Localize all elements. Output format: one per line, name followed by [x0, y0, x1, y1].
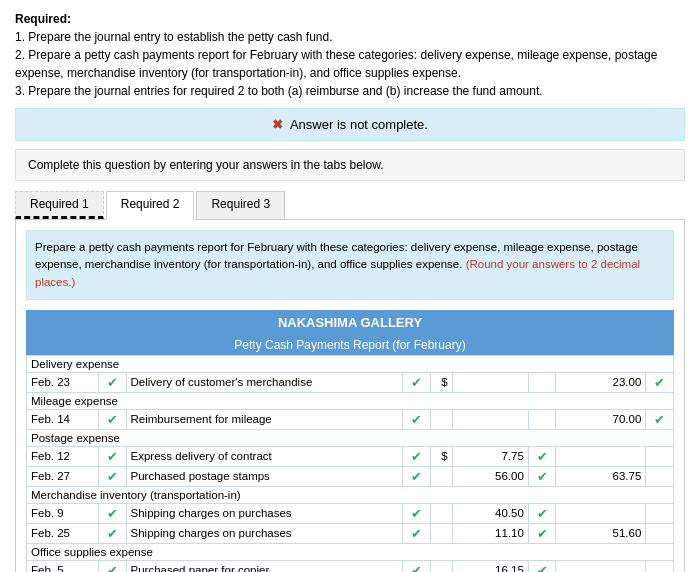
amount2-cell: 63.75: [556, 466, 646, 486]
instruction-3: 3. Prepare the journal entries for requi…: [15, 82, 685, 100]
tab-required-3[interactable]: Required 3: [196, 191, 285, 219]
check-icon: ✔: [403, 560, 431, 572]
desc-cell: Shipping charges on purchases: [126, 523, 402, 543]
check-icon: ✔: [98, 372, 126, 392]
desc-cell: Purchased postage stamps: [126, 466, 402, 486]
amount2-cell: 23.00: [556, 372, 646, 392]
check-icon: ✔: [98, 446, 126, 466]
table-row: Feb. 5 ✔ Purchased paper for copier ✔ 16…: [27, 560, 674, 572]
category-label-postage: Postage expense: [27, 429, 674, 446]
check-icon: ✔: [528, 466, 556, 486]
dollar-cell: $: [430, 446, 452, 466]
desc-cell: Delivery of customer's merchandise: [126, 372, 402, 392]
date-cell: Feb. 25: [27, 523, 99, 543]
dollar-cell: [430, 409, 452, 429]
check-icon: ✔: [98, 409, 126, 429]
check-icon: ✔: [528, 446, 556, 466]
amount2-cell: [556, 503, 646, 523]
desc-cell: Purchased paper for copier: [126, 560, 402, 572]
table-row: Feb. 23 ✔ Delivery of customer's merchan…: [27, 372, 674, 392]
check-icon: ✔: [403, 372, 431, 392]
category-postage: Postage expense: [27, 429, 674, 446]
amount1-cell: 16.15: [452, 560, 528, 572]
check-icon: ✔: [98, 560, 126, 572]
category-merchandise: Merchandise inventory (transportation-in…: [27, 486, 674, 503]
category-label-mileage: Mileage expense: [27, 392, 674, 409]
amount1-cell: [452, 372, 528, 392]
date-cell: Feb. 27: [27, 466, 99, 486]
check-icon: ✔: [403, 503, 431, 523]
round-note: (Round your answers to 2 decimal places.…: [35, 258, 640, 287]
amount1-cell: 11.10: [452, 523, 528, 543]
amount2-cell: 51.60: [556, 523, 646, 543]
complete-question-text: Complete this question by entering your …: [28, 158, 384, 172]
check-icon: [646, 503, 674, 523]
date-cell: Feb. 23: [27, 372, 99, 392]
instruction-1: 1. Prepare the journal entry to establis…: [15, 28, 685, 46]
date-cell: Feb. 12: [27, 446, 99, 466]
category-label-merchandise: Merchandise inventory (transportation-in…: [27, 486, 674, 503]
check-icon: ✔: [98, 466, 126, 486]
category-label-delivery: Delivery expense: [27, 355, 674, 372]
table-row: Feb. 14 ✔ Reimbursement for mileage ✔ 70…: [27, 409, 674, 429]
category-label-office: Office supplies expense: [27, 543, 674, 560]
report-table-container: NAKASHIMA GALLERY Petty Cash Payments Re…: [26, 310, 674, 572]
table-row: Feb. 25 ✔ Shipping charges on purchases …: [27, 523, 674, 543]
table-row: Feb. 9 ✔ Shipping charges on purchases ✔…: [27, 503, 674, 523]
check-icon: ✔: [98, 523, 126, 543]
check-icon: ✔: [646, 372, 674, 392]
check-icon: ✔: [403, 523, 431, 543]
check-icon: [646, 560, 674, 572]
date-cell: Feb. 5: [27, 560, 99, 572]
dollar-cell: $: [430, 372, 452, 392]
category-delivery: Delivery expense: [27, 355, 674, 372]
table-row: Feb. 27 ✔ Purchased postage stamps ✔ 56.…: [27, 466, 674, 486]
desc-cell: Reimbursement for mileage: [126, 409, 402, 429]
amount1-cell: 7.75: [452, 446, 528, 466]
answer-banner: ✖ Answer is not complete.: [15, 108, 685, 141]
dollar-cell: [430, 523, 452, 543]
check-icon: ✔: [403, 446, 431, 466]
dollar-cell: [430, 560, 452, 572]
category-mileage: Mileage expense: [27, 392, 674, 409]
payments-table: Delivery expense Feb. 23 ✔ Delivery of c…: [26, 355, 674, 572]
check-icon: [646, 446, 674, 466]
check-icon: ✔: [646, 409, 674, 429]
amount1-cell: 40.50: [452, 503, 528, 523]
tab-required-2[interactable]: Required 2: [106, 191, 195, 220]
complete-question-box: Complete this question by entering your …: [15, 149, 685, 181]
tab-content: Prepare a petty cash payments report for…: [15, 220, 685, 572]
check-icon: [528, 409, 556, 429]
tab-instruction-box: Prepare a petty cash payments report for…: [26, 230, 674, 300]
desc-cell: Shipping charges on purchases: [126, 503, 402, 523]
check-icon: [646, 466, 674, 486]
amount1-cell: [452, 409, 528, 429]
check-icon: [646, 523, 674, 543]
check-icon: ✔: [403, 409, 431, 429]
instruction-2: 2. Prepare a petty cash payments report …: [15, 46, 685, 82]
tabs-row: Required 1 Required 2 Required 3: [15, 191, 685, 220]
category-office: Office supplies expense: [27, 543, 674, 560]
dollar-cell: [430, 503, 452, 523]
amount1-cell: 56.00: [452, 466, 528, 486]
report-title: NAKASHIMA GALLERY: [26, 310, 674, 335]
tab-instruction-text: Prepare a petty cash payments report for…: [35, 241, 640, 288]
amount2-cell: 70.00: [556, 409, 646, 429]
date-cell: Feb. 14: [27, 409, 99, 429]
tab-required-1[interactable]: Required 1: [15, 191, 104, 219]
instructions-section: Required: 1. Prepare the journal entry t…: [15, 10, 685, 100]
table-row: Feb. 12 ✔ Express delivery of contract ✔…: [27, 446, 674, 466]
check-icon: ✔: [98, 503, 126, 523]
dollar-cell: [430, 466, 452, 486]
answer-banner-text: Answer is not complete.: [290, 117, 428, 132]
error-icon: ✖: [272, 117, 283, 132]
amount2-cell: [556, 446, 646, 466]
check-icon: ✔: [528, 503, 556, 523]
date-cell: Feb. 9: [27, 503, 99, 523]
required-label: Required:: [15, 12, 71, 26]
report-subtitle: Petty Cash Payments Report (for February…: [26, 335, 674, 355]
desc-cell: Express delivery of contract: [126, 446, 402, 466]
check-icon: ✔: [528, 523, 556, 543]
check-icon: ✔: [403, 466, 431, 486]
check-icon: [528, 372, 556, 392]
